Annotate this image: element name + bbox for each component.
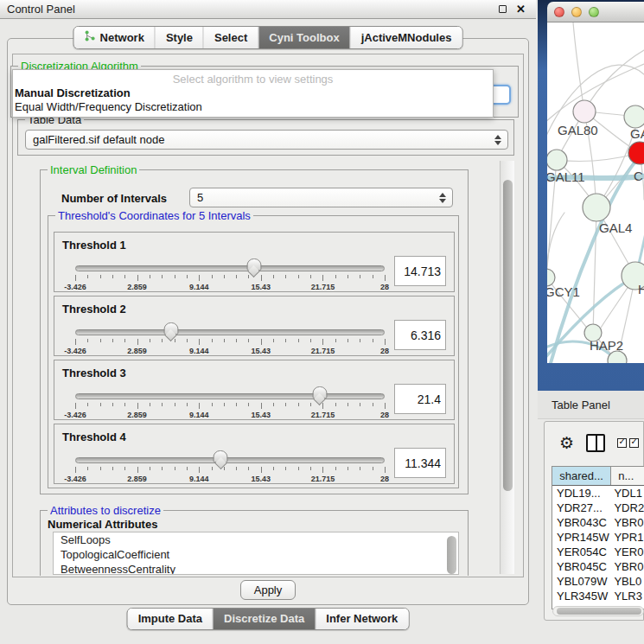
gear-icon[interactable]: ⚙ bbox=[559, 435, 574, 451]
network-node-ga[interactable] bbox=[624, 105, 644, 128]
tick-mark bbox=[273, 275, 274, 278]
threshold-label: Threshold 4 bbox=[62, 430, 126, 443]
tick-label: 28 bbox=[380, 475, 389, 483]
tick-mark bbox=[373, 275, 373, 278]
dropdown-options: Manual DiscretizationEqual Width/Frequen… bbox=[13, 86, 493, 113]
zoom-traffic-light[interactable] bbox=[589, 7, 599, 17]
tick-mark bbox=[248, 339, 249, 342]
tick-mark bbox=[124, 403, 125, 406]
threshold-slider[interactable]: -3.4262.8599.14415.4321.71528 bbox=[75, 386, 385, 419]
column-header-shared-name[interactable]: shared... bbox=[552, 467, 611, 485]
threshold-slider[interactable]: -3.4262.8599.14415.4321.71528 bbox=[75, 450, 385, 483]
dropdown-option[interactable]: Equal Width/Frequency Discretization bbox=[13, 99, 493, 113]
attribute-list-item[interactable]: TopologicalCoefficient bbox=[54, 547, 458, 562]
num-intervals-value: 5 bbox=[197, 191, 203, 204]
tick-label: 15.43 bbox=[252, 475, 271, 483]
tick-label: 28 bbox=[380, 347, 389, 355]
network-node-gal4[interactable] bbox=[583, 194, 610, 221]
table-toolbar: ⚙ bbox=[545, 422, 643, 463]
tab-impute-data[interactable]: Impute Data bbox=[128, 609, 214, 629]
tick-mark bbox=[273, 467, 274, 470]
tab-style[interactable]: Style bbox=[156, 27, 204, 48]
checkbox-icon[interactable] bbox=[629, 438, 639, 448]
panel-scrollbar[interactable] bbox=[500, 161, 514, 574]
tick-mark bbox=[261, 339, 262, 345]
tick-mark bbox=[137, 275, 138, 281]
list-scrollbar[interactable] bbox=[447, 536, 456, 574]
table-row[interactable]: YBR045CYBR0 bbox=[552, 559, 644, 574]
tab-discretize-data[interactable]: Discretize Data bbox=[214, 609, 316, 629]
split-columns-icon[interactable] bbox=[586, 434, 605, 452]
table-row[interactable]: YBR043CYBR0 bbox=[552, 515, 644, 530]
column-header-name[interactable]: n... bbox=[611, 467, 644, 485]
tick-mark bbox=[348, 403, 348, 406]
tick-mark bbox=[175, 403, 175, 406]
tick-mark bbox=[75, 275, 76, 281]
slider-track[interactable] bbox=[75, 457, 385, 463]
tick-mark bbox=[285, 403, 286, 406]
tick-mark bbox=[137, 467, 138, 473]
num-intervals-combobox[interactable]: 5 bbox=[189, 188, 453, 207]
tick-mark bbox=[322, 339, 323, 345]
slider-thumb[interactable] bbox=[163, 322, 178, 341]
tab-jactivemnodules[interactable]: jActiveMNodules bbox=[351, 27, 462, 48]
slider-track[interactable] bbox=[75, 393, 385, 399]
table-row[interactable]: YER054CYER0 bbox=[552, 545, 644, 559]
attribute-list-item[interactable]: BetweennessCentrality bbox=[54, 562, 458, 575]
tab-infer-network[interactable]: Infer Network bbox=[316, 609, 408, 629]
slider-thumb[interactable] bbox=[312, 386, 327, 405]
threshold-value-field[interactable] bbox=[394, 448, 446, 478]
slider-track[interactable] bbox=[75, 265, 385, 271]
threshold-value-field[interactable] bbox=[394, 256, 446, 286]
tick-mark bbox=[112, 467, 113, 470]
network-canvas[interactable]: GAL80GACGAL11GAL4GCY1HHAP2 bbox=[547, 22, 644, 363]
tick-mark bbox=[212, 275, 213, 278]
dropdown-option[interactable]: Manual Discretization bbox=[13, 86, 493, 99]
tick-mark bbox=[75, 467, 76, 473]
threshold-value-field[interactable] bbox=[394, 320, 446, 350]
tick-mark bbox=[162, 403, 163, 406]
tick-mark bbox=[285, 275, 286, 278]
panel-scrollbar-thumb[interactable] bbox=[503, 180, 513, 491]
slider-ticks bbox=[75, 467, 385, 474]
checkbox-icon[interactable] bbox=[617, 438, 627, 448]
network-node-gcy1[interactable] bbox=[547, 269, 555, 286]
table-row[interactable]: YBL079WYBL0 bbox=[552, 574, 644, 589]
tick-mark bbox=[87, 403, 88, 406]
slider-thumb[interactable] bbox=[214, 450, 228, 469]
cell-name: YBR0 bbox=[611, 559, 644, 574]
threshold-value-field[interactable] bbox=[394, 384, 446, 414]
table-row[interactable]: YDL19...YDL1 bbox=[552, 486, 644, 501]
table-row[interactable]: YLR345WYLR3 bbox=[552, 589, 644, 603]
tick-mark bbox=[310, 339, 311, 342]
minimize-traffic-light[interactable] bbox=[571, 7, 582, 17]
network-view-window: GAL80GACGAL11GAL4GCY1HHAP2 bbox=[538, 0, 644, 391]
table-data-combobox[interactable]: galFiltered.sif default node bbox=[25, 130, 508, 150]
float-window-icon[interactable] bbox=[499, 5, 507, 13]
slider-track[interactable] bbox=[75, 329, 385, 335]
network-node-gal80[interactable] bbox=[573, 100, 596, 123]
node-label: GAL11 bbox=[547, 169, 585, 184]
network-node-c[interactable] bbox=[628, 142, 644, 164]
table-hscrollbar-thumb[interactable] bbox=[557, 608, 641, 615]
close-icon[interactable]: ✕ bbox=[516, 3, 526, 16]
close-traffic-light[interactable] bbox=[554, 7, 564, 17]
tick-mark bbox=[360, 403, 360, 406]
table-row[interactable]: YPR145WYPR1 bbox=[552, 530, 644, 545]
tab-cyni-toolbox[interactable]: Cyni Toolbox bbox=[258, 27, 350, 48]
numerical-attributes-list[interactable]: SelfLoopsTopologicalCoefficientBetweenne… bbox=[53, 532, 459, 575]
table-row[interactable]: YDR27...YDR2 bbox=[552, 501, 644, 515]
network-node-gal11[interactable] bbox=[547, 150, 567, 170]
tick-mark bbox=[75, 403, 76, 409]
slider-thumb[interactable] bbox=[246, 258, 261, 277]
table-horizontal-scrollbar[interactable] bbox=[552, 606, 644, 616]
thresholds-group: Threshold's Coordinates for 5 Intervals … bbox=[48, 215, 459, 488]
apply-button[interactable]: Apply bbox=[240, 580, 296, 600]
tab-select[interactable]: Select bbox=[204, 27, 258, 48]
tab-network[interactable]: Network bbox=[74, 27, 156, 48]
threshold-slider[interactable]: -3.4262.8599.14415.4321.71528 bbox=[75, 258, 385, 291]
table-panel-title: Table Panel bbox=[552, 399, 610, 411]
threshold-slider[interactable]: -3.4262.8599.14415.4321.71528 bbox=[75, 322, 385, 355]
attribute-list-item[interactable]: SelfLoops bbox=[54, 532, 458, 547]
tick-mark bbox=[335, 467, 336, 470]
